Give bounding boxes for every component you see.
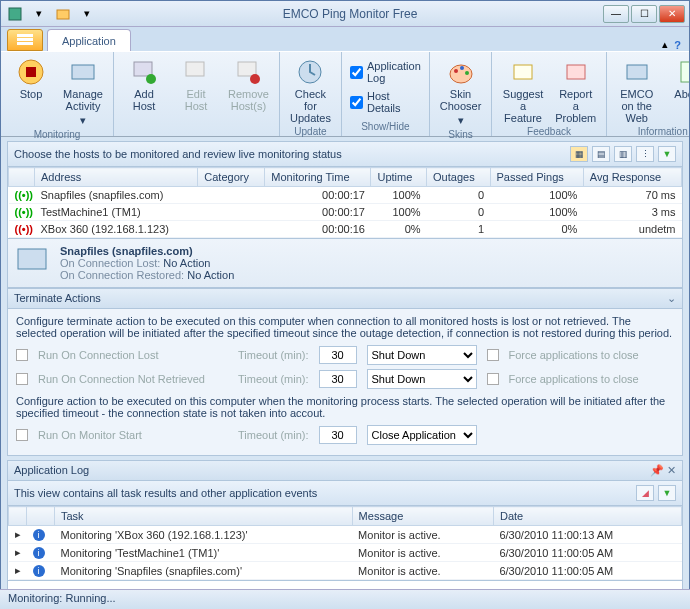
bug-icon	[562, 58, 590, 86]
maximize-button[interactable]: ☐	[631, 5, 657, 23]
close-panel-icon[interactable]: ✕	[667, 464, 676, 476]
expand-icon[interactable]: ▸	[9, 526, 27, 544]
about-button[interactable]: About	[665, 54, 690, 126]
timeout-nr-input[interactable]	[319, 370, 357, 388]
svg-rect-0	[9, 8, 21, 20]
style-icon[interactable]: ▴	[662, 38, 668, 51]
svg-point-17	[465, 71, 469, 75]
grid-tool3-icon[interactable]: ▥	[614, 146, 632, 162]
table-row[interactable]: ((•)) TestMachine1 (TM1) 00:00:17100% 01…	[9, 204, 682, 221]
timeout-lost-input[interactable]	[319, 346, 357, 364]
svg-point-15	[454, 69, 458, 73]
remove-hosts-button[interactable]: Remove Host(s)	[224, 54, 273, 114]
applog-filter-icon[interactable]: ▼	[658, 485, 676, 501]
skin-chooser-button[interactable]: Skin Chooser▾	[436, 54, 486, 129]
signal-icon: ((•))	[15, 223, 29, 235]
table-row[interactable]: ((•)) Snapfiles (snapfiles.com) 00:00:17…	[9, 187, 682, 204]
grid-tool2-icon[interactable]: ▤	[592, 146, 610, 162]
pin-icon[interactable]: 📌	[650, 464, 664, 476]
group-showhide-label: Show/Hide	[348, 121, 423, 134]
table-row[interactable]: ▸ i Monitoring 'XBox 360 (192.168.1.123)…	[9, 526, 682, 544]
chevron-down-icon: ▾	[458, 114, 464, 127]
svg-rect-2	[17, 34, 33, 37]
force-nr-checkbox[interactable]	[487, 373, 499, 385]
svg-rect-3	[17, 38, 33, 41]
signal-icon: ((•))	[15, 189, 29, 201]
window-title: EMCO Ping Monitor Free	[97, 7, 603, 21]
info-icon: i	[33, 547, 45, 559]
help-icon[interactable]: ?	[674, 39, 681, 51]
timeout-start-input[interactable]	[319, 426, 357, 444]
qat-dropdown2-icon[interactable]: ▾	[77, 4, 97, 24]
col-date[interactable]: Date	[493, 507, 681, 526]
manage-activity-button[interactable]: Manage Activity▾	[59, 54, 107, 129]
edit-host-button[interactable]: Edit Host	[172, 54, 220, 114]
signal-icon: ((•))	[15, 206, 29, 218]
expand-icon[interactable]: ▸	[9, 562, 27, 580]
svg-rect-11	[238, 62, 256, 76]
stop-button[interactable]: Stop	[7, 54, 55, 129]
about-icon	[675, 58, 690, 86]
app-log-checkbox[interactable]: Application Log	[350, 60, 421, 84]
hosts-grid: Address Category Monitoring Time Uptime …	[7, 167, 683, 239]
web-icon	[623, 58, 651, 86]
qat-save-icon[interactable]	[5, 4, 25, 24]
minimize-button[interactable]: —	[603, 5, 629, 23]
info-icon: i	[33, 565, 45, 577]
run-on-lost-checkbox[interactable]	[16, 349, 28, 361]
add-host-button[interactable]: Add Host	[120, 54, 168, 114]
col-outages[interactable]: Outages	[427, 168, 490, 187]
col-category[interactable]: Category	[198, 168, 265, 187]
table-row[interactable]: ((•)) XBox 360 (192.168.1.123) 00:00:160…	[9, 221, 682, 238]
terminate-desc2: Configure action to be executed on this …	[16, 395, 674, 419]
terminate-desc1: Configure terminate action to be execute…	[16, 315, 674, 339]
table-row[interactable]: ▸ i Monitoring 'Snapfiles (snapfiles.com…	[9, 562, 682, 580]
col-message[interactable]: Message	[352, 507, 493, 526]
svg-rect-7	[72, 65, 94, 79]
hosts-header-label: Choose the hosts to be monitored and rev…	[14, 148, 342, 160]
col-task[interactable]: Task	[55, 507, 353, 526]
app-menu-button[interactable]	[7, 29, 43, 51]
run-on-nr-checkbox[interactable]	[16, 373, 28, 385]
run-on-start-checkbox[interactable]	[16, 429, 28, 441]
col-uptime[interactable]: Uptime	[371, 168, 427, 187]
stop-icon	[17, 58, 45, 86]
terminate-actions-header[interactable]: Terminate Actions⌄	[7, 288, 683, 309]
qat-folder-icon[interactable]	[53, 4, 73, 24]
svg-rect-19	[567, 65, 585, 79]
group-update-label: Update	[286, 126, 335, 139]
check-updates-button[interactable]: Check for Updates	[286, 54, 335, 126]
force-lost-checkbox[interactable]	[487, 349, 499, 361]
update-icon	[296, 58, 324, 86]
qat-dropdown-icon[interactable]: ▾	[29, 4, 49, 24]
svg-rect-20	[627, 65, 647, 79]
table-row[interactable]: ▸ i Monitoring 'TestMachine1 (TM1)'Monit…	[9, 544, 682, 562]
group-information-label: Information	[613, 126, 690, 139]
action-start-select[interactable]: Close Application	[367, 425, 477, 445]
col-passed[interactable]: Passed Pings	[490, 168, 583, 187]
action-lost-select[interactable]: Shut Down	[367, 345, 477, 365]
svg-rect-21	[681, 62, 690, 82]
info-icon: i	[33, 529, 45, 541]
tab-application[interactable]: Application	[47, 29, 131, 51]
host-large-icon	[16, 245, 50, 281]
group-monitoring-label: Monitoring	[7, 129, 107, 142]
action-nr-select[interactable]: Shut Down	[367, 369, 477, 389]
grid-tool1-icon[interactable]: ▦	[570, 146, 588, 162]
expand-icon[interactable]: ▸	[9, 544, 27, 562]
grid-filter-icon[interactable]: ▼	[658, 146, 676, 162]
host-details-checkbox[interactable]: Host Details	[350, 90, 421, 114]
applog-clear-icon[interactable]: ◢	[636, 485, 654, 501]
col-montime[interactable]: Monitoring Time	[265, 168, 371, 187]
palette-icon	[447, 58, 475, 86]
report-problem-button[interactable]: Report a Problem	[552, 54, 600, 126]
col-address[interactable]: Address	[35, 168, 198, 187]
close-button[interactable]: ✕	[659, 5, 685, 23]
emco-web-button[interactable]: EMCO on the Web	[613, 54, 661, 126]
grid-tool4-icon[interactable]: ⋮	[636, 146, 654, 162]
hostinfo-name: Snapfiles (snapfiles.com)	[60, 245, 234, 257]
col-avgresp[interactable]: Avg Response	[583, 168, 681, 187]
suggest-feature-button[interactable]: Suggest a Feature	[498, 54, 547, 126]
svg-rect-6	[26, 67, 36, 77]
svg-point-9	[146, 74, 156, 84]
